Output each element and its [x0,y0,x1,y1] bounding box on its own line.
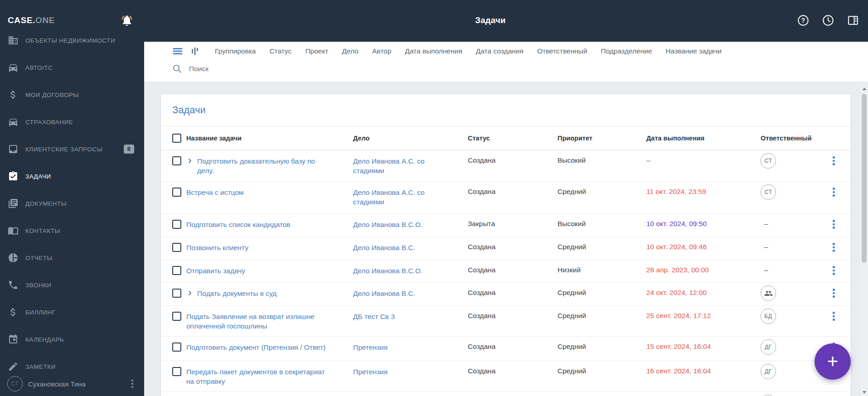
task-row[interactable]: Отправить задачуДело Иванова В.С.О.Созда… [161,260,851,283]
scrollbar-thumb[interactable] [862,94,867,263]
filter-label-6[interactable]: Дата выполнения [405,47,462,55]
sidebar-item-label: ОБЪЕКТЫ НЕДВИЖИМОСТИ [25,37,115,44]
add-task-fab-button[interactable]: + [815,343,851,380]
menu-hamburger-icon[interactable] [172,46,183,57]
filter-label-3[interactable]: Проект [305,47,328,55]
sidebar-item-tasks[interactable]: ЗАДАЧИ [0,163,144,190]
task-row[interactable]: Позвонить клиентуДело Иванова В.С.Создан… [161,237,851,260]
row-menu-cell [826,237,851,255]
history-icon[interactable] [822,14,834,27]
row-checkbox[interactable] [172,188,181,197]
task-link[interactable]: Подготовить список кандидатов [186,220,291,229]
row-checkbox[interactable] [172,312,181,321]
task-link[interactable]: Подготовить документ (Претензия / Ответ) [186,343,325,352]
row-menu-button[interactable] [830,155,838,167]
case-link[interactable]: Дело Иванова В.С.О. [353,267,422,275]
filter-label-2[interactable]: Статус [269,47,291,55]
sidebar-item-contracts[interactable]: МОИ ДОГОВОРЫ [0,81,144,108]
scroll-up-arrow[interactable] [860,85,868,92]
case-link[interactable]: Дело Иванова В.С.О. [353,221,422,228]
sidebar-item-calls[interactable]: ЗВОНКИ [0,271,144,299]
filter-label-8[interactable]: Ответственный [537,47,587,55]
help-icon[interactable]: ? [797,14,810,27]
case-link[interactable]: Дело Иванова В.С. [353,290,415,297]
row-menu-button[interactable] [830,310,838,322]
filter-row: ГруппировкаСтатусПроектДелоАвторДата вып… [144,43,868,60]
filter-label-9[interactable]: Подразделение [601,47,652,55]
sidebar-user[interactable]: СТ Сухановская Тина [0,374,144,394]
row-checkbox[interactable] [172,156,181,165]
sidebar-item-insurance[interactable]: СТРАХОВАНИЕ [0,108,144,135]
filter-label-4[interactable]: Дело [342,47,358,55]
task-row[interactable]: Подать документы в судДело Иванова В.С.С… [161,283,851,306]
row-menu-cell [826,260,851,278]
task-link[interactable]: Подать документы в суд [197,289,276,298]
filter-label-7[interactable]: Дата создания [476,47,524,55]
task-row[interactable]: Передать пакет документов в секретариат … [161,361,851,392]
task-row[interactable]: Встреча с истцомДело Иванова А.С. со ста… [161,182,851,214]
sidebar-item-auto[interactable]: АВТО/ТС [0,54,144,81]
vertical-scrollbar[interactable] [860,85,868,396]
row-menu-button[interactable] [830,241,838,253]
row-checkbox-cell [161,361,183,376]
columns-filter-icon[interactable] [190,47,199,56]
sidebar-item-calendar[interactable]: КАЛЕНДАРЬ [0,326,144,353]
due-date-cell: – [646,150,761,164]
task-name-cell: Отправить задачу [183,260,353,281]
status-cell: Создана [468,306,558,320]
task-link[interactable]: Подать Заявление на возврат излишне опла… [186,312,331,331]
row-menu-button[interactable] [830,186,838,198]
task-row[interactable]: Подготовить доказательную базу по делу.Д… [161,150,851,182]
sidebar-item-client-requests[interactable]: КЛИЕНТСКИЕ ЗАПРОСЫ8 [0,135,144,163]
select-all-checkbox[interactable] [172,134,181,143]
row-checkbox[interactable] [172,266,181,275]
filter-label-5[interactable]: Автор [372,47,391,55]
sidebar-item-billing[interactable]: БИЛЛИНГ [0,299,144,326]
sidebar-item-documents[interactable]: ДОКУМЕНТЫ [0,190,144,217]
row-menu-button[interactable] [830,287,838,299]
row-checkbox[interactable] [172,343,181,352]
task-row[interactable] [161,392,851,396]
status-cell: Создана [468,283,558,297]
task-link[interactable]: Передать пакет документов в секретариат … [186,367,331,386]
scroll-down-arrow[interactable] [860,389,868,396]
sidebar-item-real-estate[interactable]: ОБЪЕКТЫ НЕДВИЖИМОСТИ [0,27,144,54]
case-link[interactable]: Претензия [353,368,388,376]
row-checkbox[interactable] [172,289,181,298]
task-row[interactable]: Подготовить список кандидатовДело Иванов… [161,214,851,237]
responsible-avatar: ДГ [761,339,776,355]
due-date: 24 окт. 2024, 12:00 [646,289,707,296]
sidebar-item-contacts[interactable]: КОНТАКТЫ [0,217,144,244]
task-row[interactable]: Подготовить документ (Претензия / Ответ)… [161,337,851,361]
dollar-icon [8,89,19,100]
sidebar-item-reports[interactable]: ОТЧЕТЫ [0,244,144,271]
chevron-right-icon[interactable] [186,290,194,297]
task-row[interactable]: Подать Заявление на возврат излишне опла… [161,306,851,337]
case-link[interactable]: Дело Иванова В.С. [353,244,415,251]
user-menu-button[interactable] [131,378,133,389]
case-link[interactable]: Дело Иванова А.С. со стадиями [353,157,425,174]
row-checkbox[interactable] [172,367,181,376]
search-input[interactable] [188,64,371,73]
case-link[interactable]: Дело Иванова А.С. со стадиями [353,188,425,206]
task-link[interactable]: Позвонить клиенту [186,243,248,252]
row-checkbox[interactable] [172,243,181,252]
chevron-right-icon[interactable] [186,157,194,164]
row-menu-button[interactable] [830,265,838,276]
user-avatar: СТ [7,376,23,391]
row-menu-button[interactable] [830,218,838,230]
task-link[interactable]: Встреча с истцом [186,188,243,197]
row-checkbox[interactable] [172,220,181,229]
filter-label-1[interactable]: Группировка [215,47,256,55]
layout-panel-icon[interactable] [847,14,859,27]
responsible-avatar: СТ [761,153,776,169]
filter-label-10[interactable]: Название задачи [666,47,722,55]
case-link[interactable]: Претензия [353,343,388,351]
page-title: Задачи [475,15,505,25]
task-link[interactable]: Отправить задачу [186,266,245,275]
notifications-bell-icon[interactable] [121,13,133,28]
case-link[interactable]: ДБ тест Св 3 [353,313,395,320]
row-menu-cell [826,150,851,169]
car-icon [8,116,19,127]
task-link[interactable]: Подготовить доказательную базу по делу. [197,156,331,175]
